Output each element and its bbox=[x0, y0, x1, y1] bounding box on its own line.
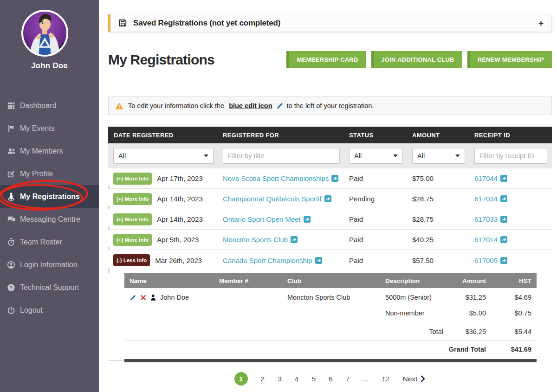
delete-x-icon[interactable] bbox=[140, 295, 146, 301]
line-description: 5000m (Senior) bbox=[385, 294, 443, 301]
total-amount: $36.25 bbox=[443, 328, 486, 335]
sidebar-item-my-registrations[interactable]: My Registrations bbox=[0, 185, 99, 208]
page-number[interactable]: 7 bbox=[346, 375, 350, 383]
external-link-icon bbox=[315, 257, 322, 264]
sidebar-item-label: My Profile bbox=[20, 170, 53, 178]
receipt-link[interactable]: 617014 bbox=[474, 236, 507, 244]
page-number[interactable]: 12 bbox=[382, 375, 389, 383]
event-link[interactable]: Canada Sport Championship bbox=[223, 257, 322, 264]
total-hst: $5.44 bbox=[486, 328, 531, 335]
join-additional-club-button[interactable]: JOIN ADDITIONAL CLUB bbox=[371, 51, 462, 68]
street-view-icon bbox=[6, 192, 16, 201]
sidebar-item-my-profile[interactable]: My Profile bbox=[0, 162, 99, 185]
users-icon bbox=[6, 147, 16, 156]
registration-detail-table: Name Member # Club Description Amount HS… bbox=[124, 273, 537, 358]
filter-row: All All All bbox=[108, 143, 552, 168]
receipt-link[interactable]: 617044 bbox=[474, 174, 507, 182]
more-info-button[interactable]: (+) More Info bbox=[113, 213, 152, 225]
page-number[interactable]: 3 bbox=[278, 375, 282, 383]
receipt-filter-input[interactable] bbox=[474, 148, 547, 164]
detail-header-row: Name Member # Club Description Amount HS… bbox=[124, 273, 537, 288]
sidebar-item-team-roster[interactable]: Team Roster bbox=[0, 231, 99, 253]
line-hst: $4.69 bbox=[486, 294, 531, 301]
grand-total-label: Grand Total bbox=[443, 346, 486, 353]
receipt-link[interactable]: 617033 bbox=[474, 215, 507, 223]
chevron-right-icon bbox=[421, 375, 426, 382]
title-filter-input[interactable] bbox=[223, 148, 340, 164]
more-info-button[interactable]: (+) More Info bbox=[113, 234, 152, 246]
sidebar-item-dashboard[interactable]: Dashboard bbox=[0, 94, 99, 117]
receipt-link[interactable]: 617034 bbox=[474, 195, 507, 203]
table-row-expanded: (-) Less InfoMar 26th, 2023 Canada Sport… bbox=[108, 250, 552, 270]
sidebar-item-technical-support[interactable]: ? Technical Support bbox=[0, 276, 99, 299]
registrations-table: DATE REGISTERED REGISTERED FOR STATUS AM… bbox=[108, 127, 552, 386]
amount-value: $28.75 bbox=[412, 215, 474, 223]
saved-registrations-title: Saved Registrations (not yet completed) bbox=[133, 19, 280, 28]
amount-value: $57.50 bbox=[412, 257, 474, 264]
sidebar-item-my-members[interactable]: My Members bbox=[0, 140, 99, 162]
external-link-icon bbox=[291, 236, 298, 243]
line-amount: $31.25 bbox=[443, 294, 486, 301]
event-link[interactable]: Championnat Québécois Sportif bbox=[223, 195, 331, 203]
avatar bbox=[21, 9, 69, 57]
notice-text-after: to the left of your registration. bbox=[287, 102, 374, 109]
renew-membership-button[interactable]: RENEW MEMBERSHIP bbox=[467, 51, 552, 68]
more-info-button[interactable]: (+) More Info bbox=[113, 193, 152, 205]
chevron-down-icon bbox=[393, 154, 398, 157]
next-page-button[interactable]: Next bbox=[403, 375, 426, 383]
column-status: STATUS bbox=[349, 132, 412, 139]
page-number[interactable]: 2 bbox=[261, 375, 265, 383]
grand-total-row: Grand Total $41.69 bbox=[124, 341, 537, 358]
page-number[interactable]: 4 bbox=[295, 375, 299, 383]
saved-registrations-accordion[interactable]: Saved Registrations (not yet completed) … bbox=[108, 14, 552, 32]
chevron-down-icon bbox=[204, 154, 208, 157]
external-link-icon bbox=[500, 236, 507, 243]
date-registered: Apr 5th, 2023 bbox=[157, 236, 199, 244]
sidebar-item-logout[interactable]: Logout bbox=[0, 299, 99, 321]
amount-filter-select[interactable]: All bbox=[412, 148, 465, 164]
line-amount: $5.00 bbox=[443, 309, 486, 317]
status-filter-select[interactable]: All bbox=[349, 148, 403, 164]
warning-triangle-icon bbox=[115, 102, 124, 110]
page-number-current[interactable]: 1 bbox=[234, 372, 248, 386]
sidebar-item-my-events[interactable]: My Events bbox=[0, 117, 99, 140]
less-info-button[interactable]: (-) Less Info bbox=[113, 254, 150, 266]
external-link-icon bbox=[324, 195, 331, 202]
external-link-icon bbox=[331, 175, 338, 182]
edit-pencil-icon[interactable] bbox=[130, 294, 136, 301]
line-description: Non-member bbox=[385, 309, 443, 317]
club-name: Moncton Sports Club bbox=[287, 294, 385, 301]
sidebar-item-messaging-centre[interactable]: Messaging Centre bbox=[0, 208, 99, 231]
column-receipt-id: RECEIPT ID bbox=[474, 132, 552, 139]
sidebar-item-label: Logout bbox=[20, 306, 43, 315]
event-link[interactable]: Moncton Sports Club bbox=[223, 236, 298, 244]
date-filter-select[interactable]: All bbox=[113, 148, 214, 164]
table-row: (+) More InfoApr 5th, 2023 Moncton Sport… bbox=[108, 230, 552, 250]
comments-icon bbox=[6, 215, 16, 224]
grand-total-value: $41.69 bbox=[486, 346, 531, 353]
external-link-icon bbox=[500, 195, 507, 202]
page-title: My Registrations bbox=[108, 52, 214, 68]
edit-info-notice: To edit your information click theblue e… bbox=[108, 96, 552, 115]
pagination-ellipsis: ... bbox=[363, 375, 369, 383]
amount-value: $75.00 bbox=[412, 174, 474, 182]
question-circle-icon: ? bbox=[6, 283, 16, 292]
page-number[interactable]: 6 bbox=[329, 375, 333, 383]
sidebar: John Doe Dashboard My Events My Members … bbox=[0, 0, 99, 392]
power-icon bbox=[6, 306, 16, 315]
table-row: (+) More InfoApr 14th, 2023 Ontario Spor… bbox=[108, 209, 552, 230]
sidebar-item-login-information[interactable]: Login Information bbox=[0, 253, 99, 276]
event-link[interactable]: Nova Scotia Sport Championships bbox=[223, 174, 338, 182]
membership-card-button[interactable]: MEMBERSHIP CARD bbox=[286, 51, 366, 68]
more-info-button[interactable]: (+) More Info bbox=[113, 173, 152, 185]
expand-plus-icon[interactable]: + bbox=[538, 18, 544, 28]
sidebar-item-label: Technical Support bbox=[20, 283, 79, 292]
page-number[interactable]: 5 bbox=[311, 375, 316, 383]
event-link[interactable]: Ontario Sport Open Meet bbox=[223, 215, 311, 223]
person-icon bbox=[150, 294, 156, 301]
sidebar-item-label: Team Roster bbox=[20, 238, 62, 246]
svg-text:?: ? bbox=[10, 285, 13, 290]
receipt-link[interactable]: 617005 bbox=[474, 257, 507, 264]
blue-pencil-icon bbox=[276, 102, 284, 109]
external-link-icon bbox=[500, 257, 507, 264]
